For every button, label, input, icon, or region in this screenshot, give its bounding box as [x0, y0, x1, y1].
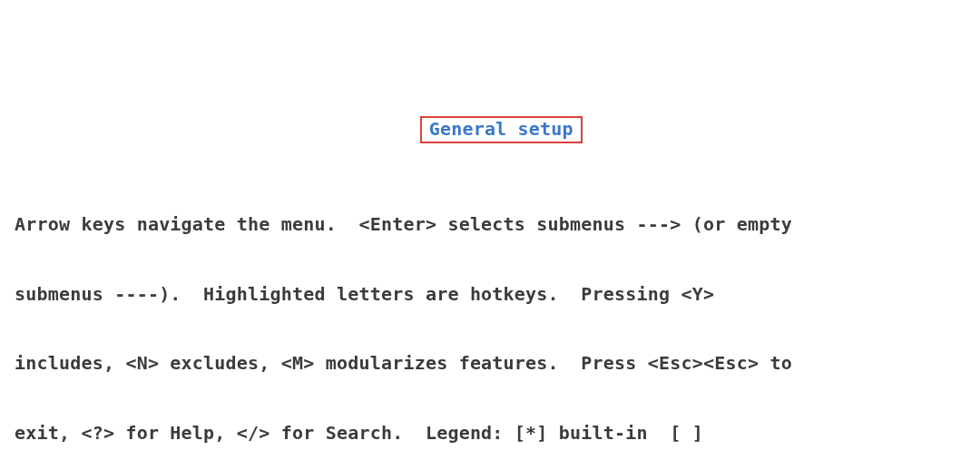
help-line: Arrow keys navigate the menu. <Enter> se…: [15, 213, 980, 237]
help-text: Arrow keys navigate the menu. <Enter> se…: [0, 163, 980, 469]
page-title: General setup: [420, 116, 583, 143]
help-line: submenus ----). Highlighted letters are …: [15, 283, 980, 307]
help-line: exit, <?> for Help, </> for Search. Lege…: [15, 422, 980, 446]
help-line: includes, <N> excludes, <M> modularizes …: [15, 352, 980, 376]
